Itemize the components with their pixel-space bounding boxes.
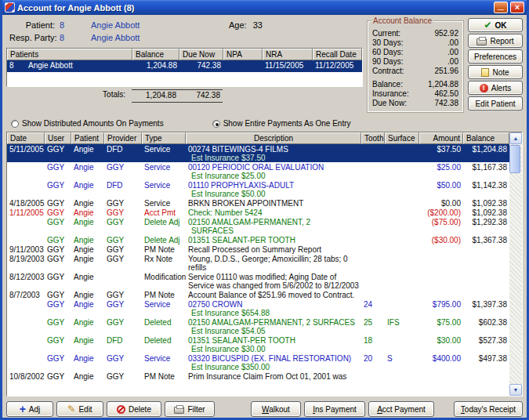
totals-due-now: 742.38 [179, 89, 223, 103]
patients-header-patients[interactable]: Patients [7, 49, 132, 60]
toolbar-button-filter[interactable]: Filter [165, 401, 215, 417]
scrollbar-thumb[interactable] [509, 145, 520, 173]
radio-option-show-distributed-amounts-on-payments[interactable]: Show Distributed Amounts On Payments [11, 119, 164, 128]
patients-header-nra[interactable]: NRA [263, 49, 313, 60]
button-label: Alerts [491, 84, 512, 92]
toolbar-group-right: Today's Receipt [454, 401, 523, 417]
close-button[interactable] [510, 2, 524, 13]
transaction-row[interactable]: 10/8/2002GGYAngieGGYPM NotePrim Insuranc… [7, 371, 509, 381]
patients-header-balance[interactable]: Balance [132, 49, 179, 60]
side-button-preferences[interactable]: Preferences [468, 49, 523, 63]
toolbar-button-ins-payment[interactable]: Ins Payment [304, 401, 365, 417]
patients-header-due-now[interactable]: Due Now [179, 49, 223, 60]
balance-aging-list: Current:952.9230 Days:.0060 Days:.0090 D… [371, 29, 459, 76]
account-balance-box: Account Balance Current:952.9230 Days:.0… [367, 20, 464, 113]
transaction-row[interactable]: GGYAngieDFDDeleted01351 SEALANT-PER TOOT… [7, 335, 509, 353]
balance-label: 90 Days: [372, 57, 403, 67]
transaction-description: Young, D.D.S., George; Amoxicillin; 28 t… [188, 255, 359, 272]
check-icon [484, 20, 491, 31]
balance-value: .00 [447, 38, 458, 48]
patients-header-recall-date[interactable]: Recall Date [313, 49, 362, 60]
scroll-down-button[interactable] [509, 384, 522, 396]
balance-value: .00 [447, 57, 458, 67]
toolbar-button-delete[interactable]: Delete [107, 401, 161, 417]
button-label: Acct Payment [377, 405, 426, 414]
transaction-description: 02150 AMALGAM-PERMANENT, 2 [188, 218, 359, 226]
toolbar-button-edit[interactable]: Edit [56, 401, 103, 417]
content: Patient: 8 Angie Abbott Age: 33 Resp. Pa… [2, 15, 527, 417]
printer-icon [174, 407, 184, 414]
est-insurance-line: SURFACES [188, 226, 359, 235]
side-button-ok[interactable]: OK [468, 18, 523, 32]
transaction-row[interactable]: 8/12/2003GGYAngieModificationService 011… [7, 272, 509, 290]
minimize-button[interactable] [494, 2, 508, 13]
totals-balance: 1,204.88 [132, 89, 179, 103]
transaction-row[interactable]: 9/11/2003GGYAngieGGYPM NoteRecall Proces… [7, 244, 509, 254]
transaction-description: 00120 PERIODIC ORAL EVALUATION [188, 163, 359, 172]
balance-value: 742.38 [434, 99, 458, 108]
patients-grid-body: 8Angie Abbott1,204.88742.3811/15/200511/… [7, 60, 362, 72]
side-button-report[interactable]: Report [468, 34, 523, 48]
toolbar-button-acct-payment[interactable]: Acct Payment [368, 401, 434, 417]
button-label: Today's Receipt [461, 405, 516, 414]
patients-totals: Totals: 1,204.88 742.38 [6, 89, 363, 103]
button-label: Walkout [262, 405, 290, 414]
side-button-alerts[interactable]: Alerts [468, 81, 523, 95]
transaction-row[interactable]: GGYAngieGGYService02750 CROWNEst Insuran… [7, 299, 509, 317]
balance-label: Contract: [372, 67, 404, 76]
transaction-row[interactable]: 8/19/2003GGYAngieGGYRx NoteYoung, D.D.S.… [7, 254, 509, 272]
patients-header-npa[interactable]: NPA [223, 49, 263, 60]
balance-value: 1,204.88 [428, 80, 458, 89]
balance-value: .00 [447, 48, 458, 57]
transactions-header-amount[interactable]: Amount [419, 132, 463, 144]
transactions-header-balance[interactable]: Balance [463, 132, 509, 144]
patients-row[interactable]: 8Angie Abbott1,204.88742.3811/15/200511/… [7, 60, 362, 72]
transactions-header-description[interactable]: Description [186, 132, 361, 144]
transactions-header-date[interactable]: Date [7, 132, 45, 144]
scrollbar-track[interactable] [509, 144, 522, 384]
side-button-edit-patient[interactable]: Edit Patient [468, 96, 523, 110]
transaction-description: Account Balance of $251.96 moved to Cont… [188, 291, 359, 299]
transaction-row[interactable]: GGYAngieDFDService01110 PROPHYLAXIS-ADUL… [7, 180, 509, 198]
transactions-header-surface[interactable]: Surface [385, 132, 419, 144]
transaction-row[interactable]: GGYAngieGGYDelete Adj02150 AMALGAM-PERMA… [7, 217, 509, 235]
transactions-header-type[interactable]: Type [142, 132, 186, 144]
no-entry-icon [117, 405, 125, 414]
est-insurance-line: Est Insurance $54.05 [188, 327, 359, 335]
printer-icon [476, 38, 487, 45]
radio-button[interactable] [212, 120, 220, 128]
patient-id: 8 [60, 20, 91, 30]
transaction-row[interactable]: 5/11/2005GGYAngieDFDService00274 BITEWIN… [7, 144, 509, 162]
bottom-toolbar: AdjEditDeleteFilter WalkoutIns PaymentAc… [6, 401, 523, 417]
radio-button[interactable] [11, 120, 19, 128]
transaction-row[interactable]: 4/18/2005GGYAngieGGYServiceBRKN BROKEN A… [7, 198, 509, 208]
est-insurance-line: Est Insurance $350.00 [188, 363, 359, 371]
transactions-body: 5/11/2005GGYAngieDFDService00274 BITEWIN… [7, 144, 509, 396]
transaction-row[interactable]: GGYAngieGGYDeleted02150 AMALGAM-PERMANEN… [7, 317, 509, 335]
transaction-description: Prim Insurance Claim From Oct 01, 2001 w… [188, 372, 359, 381]
est-insurance-line: Est Insurance $25.00 [188, 172, 359, 180]
toolbar-button-walkout[interactable]: Walkout [251, 401, 301, 417]
transactions-header-user[interactable]: User [45, 132, 71, 144]
side-button-note[interactable]: Note [468, 65, 523, 79]
transactions-header-tooth[interactable]: Tooth [361, 132, 385, 144]
transaction-description: 00274 BITEWINGS-4 FILMS [188, 145, 359, 154]
transactions-header-patient[interactable]: Patient [71, 132, 104, 144]
est-insurance-line: Est Insurance $50.00 [188, 190, 359, 198]
transaction-row[interactable]: 8/7/2003GGYAngieGGYPM NoteAccount Balanc… [7, 290, 509, 299]
button-label: Edit Patient [475, 100, 515, 108]
transaction-row[interactable]: GGYAngieGGYDelete Adj01351 SEALANT-PER T… [7, 235, 509, 244]
totals-label: Totals: [6, 89, 132, 103]
transactions-header-provider[interactable]: Provider [104, 132, 142, 144]
scroll-up-button[interactable] [509, 132, 522, 144]
radio-option-show-entire-payments-as-one-entry[interactable]: Show Entire Payments As One Entry [212, 119, 351, 128]
transaction-row[interactable]: GGYAngieGGYService03320 BICUSPID (EX. FI… [7, 353, 509, 371]
titlebar[interactable]: Account for Angie Abbott (8) [2, 0, 527, 15]
transaction-row[interactable]: GGYAngieGGYService00120 PERIODIC ORAL EV… [7, 162, 509, 180]
toolbar-button-today-s-receipt[interactable]: Today's Receipt [454, 401, 523, 417]
scrollbar[interactable] [509, 132, 522, 396]
patient-name: Angie Abbott [91, 20, 229, 30]
transaction-row[interactable]: 1/11/2005GGYAngieGGYAcct PmtCheck: Numbe… [7, 208, 509, 217]
balance-label: Insurance: [372, 89, 409, 99]
toolbar-button-adj[interactable]: Adj [6, 401, 53, 417]
